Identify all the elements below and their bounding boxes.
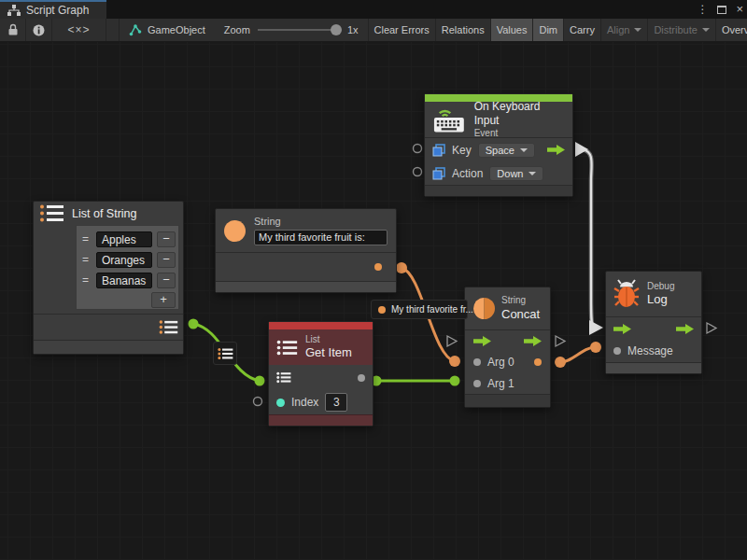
list-icon [276,339,298,357]
inspector-binding-icon [432,144,445,157]
bug-icon [613,278,640,310]
arg0-input-port[interactable] [473,358,481,366]
toolbar-separator [106,19,120,41]
flow-output-port[interactable] [547,145,565,155]
code-view-button[interactable]: <×> [52,19,106,41]
distribute-label: Distribute [654,24,697,35]
drag-handle[interactable]: = [82,253,92,266]
info-icon [33,24,45,36]
overview-button[interactable]: Overview [716,19,747,41]
keyboard-icon [432,105,467,134]
node-type-label: String [254,216,388,229]
list-item-field[interactable]: Apples [96,231,152,247]
arg1-input-port[interactable] [473,380,481,387]
string-value-field[interactable]: My third favorite fruit is: [254,230,388,245]
distribute-dropdown[interactable]: Distribute [648,19,715,41]
maximize-icon[interactable] [717,6,726,14]
node-footer [425,185,572,196]
values-toggle[interactable]: Values [491,19,534,41]
drag-handle[interactable]: = [82,273,92,287]
flow-output-port[interactable] [524,336,542,346]
arg0-label: Arg 0 [487,356,514,369]
tab-script-graph[interactable]: Script Graph [0,0,106,19]
list-item-field[interactable]: Bananas [96,273,152,288]
node-footer [606,362,701,373]
node-title: On Keyboard Input [474,100,565,128]
list-output-port[interactable] [159,319,178,335]
node-footer [465,394,550,407]
relations-button[interactable]: Relations [436,19,491,41]
node-title: Concat [501,307,540,322]
action-value: Down [497,168,523,179]
arg1-label: Arg 1 [487,377,514,390]
node-concat[interactable]: String Concat Arg 0 Arg 1 [464,287,551,408]
list-value-preview-badge [213,342,237,365]
gameobject-icon [129,23,142,36]
lock-button[interactable] [0,19,26,41]
concat-icon [472,297,496,320]
node-title: Get Item [305,345,352,360]
list-item-row: = Bananas − [77,270,178,290]
message-label: Message [627,344,673,357]
clear-errors-button[interactable]: Clear Errors [369,19,436,41]
title-bar: Script Graph ⋮ × [0,0,747,19]
lock-icon [7,23,19,36]
zoom-value: 1x [347,24,359,35]
node-title: List of String [72,207,136,220]
drag-handle[interactable]: = [82,232,92,245]
flow-input-port[interactable] [473,336,491,346]
list-icon [218,347,233,360]
node-footer [216,281,396,292]
close-icon[interactable]: × [736,0,743,19]
node-on-keyboard-input[interactable]: On Keyboard Input Event Key Space [424,93,573,197]
zoom-slider-handle[interactable] [331,24,342,35]
list-item-field[interactable]: Oranges [96,252,152,268]
script-graph-window: Script Graph ⋮ × <×> [0,0,747,560]
zoom-slider[interactable] [258,29,340,31]
index-value-field[interactable]: 3 [325,393,347,412]
flow-output-port[interactable] [676,324,694,334]
dim-toggle[interactable]: Dim [533,19,564,41]
list-inspector: = Apples − = Oranges − = Bananas − + [76,225,179,310]
graph-toolbar: <×> GameObject Zoom 1x Clear Errors Rela… [0,19,747,42]
index-input-port[interactable] [276,399,285,407]
string-icon [223,219,247,243]
gameobject-target[interactable]: GameObject [120,19,215,41]
remove-item-button[interactable]: − [157,273,176,288]
node-get-item[interactable]: List Get Item Index 3 [268,321,374,427]
add-item-button[interactable]: + [151,292,176,308]
item-output-port[interactable] [358,374,365,382]
flow-input-port[interactable] [613,324,631,334]
align-label: Align [607,24,629,35]
window-menu-icon[interactable]: ⋮ [697,0,708,19]
node-debug-log[interactable]: Debug Log Message [605,271,702,374]
node-footer [34,340,183,354]
key-dropdown[interactable]: Space [478,143,535,158]
list-item-row: = Apples − [77,229,178,249]
node-string-literal[interactable]: String My third favorite fruit is: [215,208,397,293]
action-row: Action Down [425,161,572,185]
remove-item-button[interactable]: − [157,252,176,268]
zoom-label: Zoom [224,24,250,35]
result-output-port[interactable] [534,358,542,366]
chevron-down-icon [634,28,641,32]
remove-item-button[interactable]: − [157,231,176,247]
align-dropdown[interactable]: Align [601,19,648,41]
list-input-port[interactable] [276,371,291,384]
key-label: Key [452,144,472,157]
message-input-port[interactable] [613,347,621,355]
action-label: Action [452,167,483,180]
list-item-row: = Oranges − [77,249,178,270]
action-dropdown[interactable]: Down [489,166,543,181]
node-subtitle: Event [474,128,565,140]
gameobject-label: GameObject [148,24,205,35]
zoom-control: Zoom 1x [215,19,369,41]
chevron-down-icon [702,28,710,32]
node-category: String [501,295,540,307]
string-output-port[interactable] [374,263,382,271]
node-list-of-string[interactable]: List of String = Apples − = Oranges − = … [33,201,184,355]
node-title: Log [647,292,674,307]
carry-toggle[interactable]: Carry [564,19,601,41]
info-button[interactable] [26,19,52,41]
inspector-binding-icon [432,167,445,180]
